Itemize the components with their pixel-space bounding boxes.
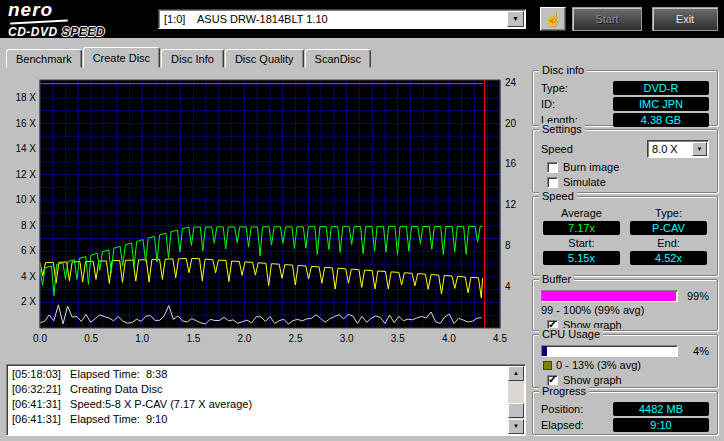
buffer-group: Buffer 99% 99 - 100% (99% avg) Show grap…: [532, 279, 718, 331]
svg-text:6 X: 6 X: [21, 245, 36, 256]
tab-disc-info[interactable]: Disc Info: [161, 49, 224, 68]
end-speed-value: 4.52x: [630, 251, 707, 265]
start-button[interactable]: Start: [572, 7, 642, 31]
speed-group: Speed Average Type: 7.17x P-CAV Start: E…: [532, 196, 718, 276]
speed-select-arrow[interactable]: ▼: [692, 142, 707, 156]
right-panel: Disc info Type:DVD-R ID:IMC JPN Length:4…: [532, 70, 718, 438]
svg-text:4.5: 4.5: [493, 333, 507, 344]
group-title: Buffer: [539, 273, 574, 286]
arrow-up-icon: ▲: [513, 370, 519, 376]
svg-text:4.0: 4.0: [442, 333, 456, 344]
header-bar: nero CD-DVDSPEED [1:0] ASUS DRW-1814BLT …: [0, 0, 724, 38]
log-lines: [05:18:03] Elapsed Time: 8:38 [06:32:21]…: [9, 367, 507, 433]
nero-logo: nero CD-DVDSPEED: [8, 1, 105, 41]
tab-scandisc[interactable]: ScanDisc: [305, 49, 371, 68]
scrollbar-thumb[interactable]: [508, 403, 524, 418]
svg-text:12: 12: [505, 199, 517, 210]
svg-text:2 X: 2 X: [21, 296, 36, 307]
logo-text-cddvdspeed: CD-DVDSPEED: [8, 24, 105, 41]
average-label: Average: [543, 207, 620, 219]
svg-text:0.0: 0.0: [33, 333, 47, 344]
disc-type-label: Type:: [541, 82, 613, 94]
end-speed-label: End:: [630, 237, 707, 249]
exit-button[interactable]: Exit: [652, 7, 718, 31]
type-value: P-CAV: [630, 221, 707, 235]
simulate-label: Simulate: [563, 176, 606, 188]
settings-group: Settings Speed 8.0 X ▼ Burn image Simula…: [532, 129, 718, 193]
svg-text:4 X: 4 X: [21, 271, 36, 282]
cpu-bar: [541, 345, 678, 357]
svg-text:3.5: 3.5: [391, 333, 405, 344]
cpu-color-swatch: [543, 361, 552, 370]
elapsed-label: Elapsed:: [541, 419, 613, 431]
group-title: Progress: [539, 385, 589, 398]
svg-text:18 X: 18 X: [15, 92, 36, 103]
log-line: [05:18:03] Elapsed Time: 8:38: [9, 367, 507, 382]
tab-benchmark[interactable]: Benchmark: [6, 49, 82, 68]
svg-text:12 X: 12 X: [15, 169, 36, 180]
cpu-percent: 4%: [683, 345, 709, 357]
position-value: 4482 MB: [613, 402, 709, 416]
log-scrollbar[interactable]: ▲ ▼: [508, 366, 524, 434]
svg-text:2.5: 2.5: [289, 333, 303, 344]
log-line: [06:41:31] Speed:5-8 X P-CAV (7.17 X ave…: [9, 397, 507, 412]
drive-select-value: [1:0] ASUS DRW-1814BLT 1.10: [159, 10, 525, 28]
hand-pointer-button[interactable]: ☝: [540, 7, 566, 31]
buffer-bar: [541, 290, 678, 302]
svg-text:24: 24: [505, 77, 517, 88]
buffer-bar-fill: [542, 291, 676, 301]
speed-chart-svg: 2 X4 X6 X8 X10 X12 X14 X16 X18 X48121620…: [6, 72, 526, 356]
cpu-range: 0 - 13% (3% avg): [556, 359, 641, 371]
svg-text:1.5: 1.5: [186, 333, 200, 344]
scroll-down-button[interactable]: ▼: [508, 419, 524, 434]
elapsed-value: 9:10: [613, 418, 709, 432]
disc-type-value: DVD-R: [613, 81, 709, 95]
svg-text:14 X: 14 X: [15, 143, 36, 154]
drive-select[interactable]: [1:0] ASUS DRW-1814BLT 1.10 ▼: [158, 9, 526, 29]
group-title: Speed: [539, 190, 577, 203]
svg-text:0.5: 0.5: [84, 333, 98, 344]
disc-id-value: IMC JPN: [613, 97, 709, 111]
disc-id-label: ID:: [541, 98, 613, 110]
start-speed-value: 5.15x: [543, 251, 620, 265]
svg-text:10 X: 10 X: [15, 194, 36, 205]
svg-text:4: 4: [505, 281, 511, 292]
svg-text:2.0: 2.0: [237, 333, 251, 344]
cpu-show-graph-checkbox[interactable]: [547, 375, 558, 386]
start-speed-label: Start:: [543, 237, 620, 249]
average-value: 7.17x: [543, 221, 620, 235]
group-title: CPU Usage: [539, 328, 603, 341]
tab-create-disc[interactable]: Create Disc: [83, 47, 160, 68]
buffer-percent: 99%: [683, 290, 709, 302]
disc-info-group: Disc info Type:DVD-R ID:IMC JPN Length:4…: [532, 70, 718, 126]
scroll-up-button[interactable]: ▲: [508, 366, 524, 381]
tab-disc-quality[interactable]: Disc Quality: [225, 49, 304, 68]
svg-text:8 X: 8 X: [21, 220, 36, 231]
burn-image-label: Burn image: [563, 161, 619, 173]
log-panel: [05:18:03] Elapsed Time: 8:38 [06:32:21]…: [6, 364, 526, 436]
svg-text:16: 16: [505, 158, 517, 169]
logo-text-nero: nero: [8, 0, 53, 20]
svg-text:8: 8: [505, 240, 511, 251]
svg-text:3.0: 3.0: [340, 333, 354, 344]
cpu-usage-group: CPU Usage 4% 0 - 13% (3% avg) Show graph: [532, 334, 718, 388]
hand-icon: ☝: [544, 11, 561, 27]
progress-group: Progress Position:4482 MB Elapsed:9:10: [532, 391, 718, 435]
drive-select-arrow[interactable]: ▼: [507, 11, 524, 27]
group-title: Settings: [539, 123, 585, 136]
chevron-down-icon: ▼: [512, 15, 519, 22]
simulate-checkbox[interactable]: [547, 177, 558, 188]
svg-text:20: 20: [505, 118, 517, 129]
position-label: Position:: [541, 403, 613, 415]
burn-image-checkbox[interactable]: [547, 162, 558, 173]
disc-length-value: 4.38 GB: [613, 113, 709, 127]
group-title: Disc info: [539, 64, 587, 77]
svg-text:1.0: 1.0: [135, 333, 149, 344]
log-line: [06:32:21] Creating Data Disc: [9, 382, 507, 397]
speed-select[interactable]: 8.0 X ▼: [647, 140, 709, 158]
svg-text:16 X: 16 X: [15, 118, 36, 129]
cpu-bar-fill: [542, 346, 547, 356]
buffer-range: 99 - 100% (99% avg): [541, 304, 644, 316]
type-label: Type:: [630, 207, 707, 219]
arrow-down-icon: ▼: [513, 423, 519, 429]
